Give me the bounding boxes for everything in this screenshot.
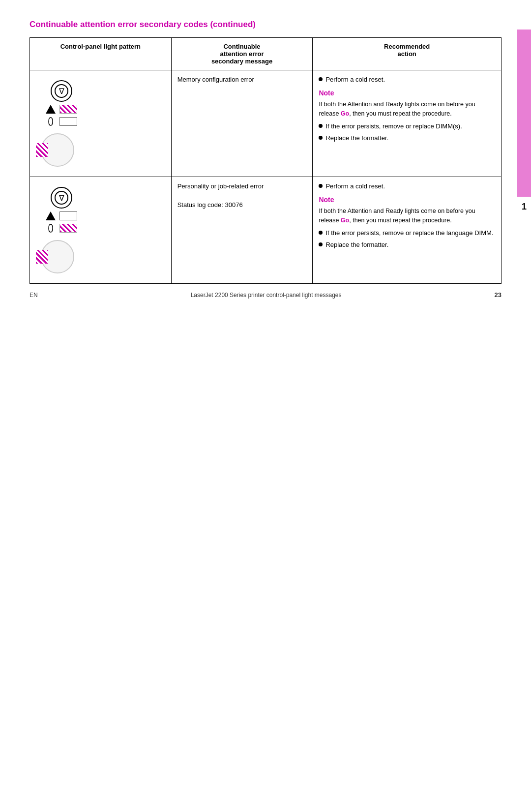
main-table: Control-panel light pattern Continuable … xyxy=(30,37,502,284)
footer-center: LaserJet 2200 Series printer control-pan… xyxy=(38,292,495,299)
bullet-item: Replace the formatter. xyxy=(319,241,495,249)
bullet-item: Replace the formatter. xyxy=(319,134,495,143)
message-cell-2: Personality or job-related error Status … xyxy=(171,177,313,284)
hatch-indicator xyxy=(59,105,77,114)
go-text-2: Go xyxy=(341,217,349,224)
go-button-icon: ∇ xyxy=(51,80,72,102)
attention-icon-2 xyxy=(46,211,56,220)
note-text-2: If both the Attention and Ready lights c… xyxy=(319,207,495,224)
go-text-1: Go xyxy=(341,110,349,117)
empty-indicator-2 xyxy=(59,211,77,220)
panel-pattern-cell-2: ∇ xyxy=(30,177,172,284)
bullet-item: Perform a cold reset. xyxy=(319,75,495,84)
footer-page: 23 xyxy=(495,291,502,299)
note-label-2: Note xyxy=(319,195,495,205)
table-row: ∇ xyxy=(30,177,502,284)
action-bullets-1b: If the error persists, remove or replace… xyxy=(319,122,495,143)
bullet-dot xyxy=(319,184,323,188)
bullet-dot xyxy=(319,136,323,140)
footer-left: EN xyxy=(30,292,38,299)
action-bullets-2: Perform a cold reset. xyxy=(319,182,495,191)
go-button-icon-2: ∇ xyxy=(51,187,72,209)
drum-hatch-1 xyxy=(36,143,48,157)
panel-pattern-cell-1: ∇ xyxy=(30,70,172,177)
side-tab xyxy=(517,30,531,197)
action-bullets-1: Perform a cold reset. xyxy=(319,75,495,84)
action-cell-2: Perform a cold reset. Note If both the A… xyxy=(313,177,502,284)
bullet-dot xyxy=(319,77,323,81)
bullet-dot xyxy=(319,231,323,235)
ready-row-1 xyxy=(46,117,77,126)
icon-panel-1: ∇ xyxy=(36,75,165,172)
message-cell-1: Memory configuration error xyxy=(171,70,313,177)
footer: EN LaserJet 2200 Series printer control-… xyxy=(0,291,531,299)
action-cell-1: Perform a cold reset. Note If both the A… xyxy=(313,70,502,177)
side-tab-number: 1 xyxy=(517,202,531,212)
ready-icon xyxy=(46,117,56,126)
bullet-item: Perform a cold reset. xyxy=(319,182,495,191)
page-title: Continuable attention error secondary co… xyxy=(30,20,502,30)
action-bullets-2b: If the error persists, remove or replace… xyxy=(319,229,495,249)
drum-container-2 xyxy=(41,240,74,273)
icon-panel-2: ∇ xyxy=(36,182,165,278)
note-label-1: Note xyxy=(319,88,495,98)
table-row: ∇ xyxy=(30,70,502,177)
ready-icon-2 xyxy=(46,223,56,233)
empty-indicator xyxy=(59,117,77,126)
note-text-1: If both the Attention and Ready lights c… xyxy=(319,100,495,118)
bullet-dot xyxy=(319,242,323,246)
header-col2: Continuable attention error secondary me… xyxy=(171,38,313,70)
hatch-indicator-2 xyxy=(59,224,77,233)
attention-row-1 xyxy=(46,105,77,114)
attention-row-2 xyxy=(46,211,77,220)
bullet-dot xyxy=(319,124,323,128)
bullet-item: If the error persists, remove or replace… xyxy=(319,229,495,238)
drum-hatch-2 xyxy=(36,250,48,264)
header-col3: Recommended action xyxy=(313,38,502,70)
drum-container-1 xyxy=(41,133,74,167)
bullet-item: If the error persists, remove or replace… xyxy=(319,122,495,131)
header-col1: Control-panel light pattern xyxy=(30,38,172,70)
ready-row-2 xyxy=(46,223,77,233)
attention-icon xyxy=(46,105,56,114)
